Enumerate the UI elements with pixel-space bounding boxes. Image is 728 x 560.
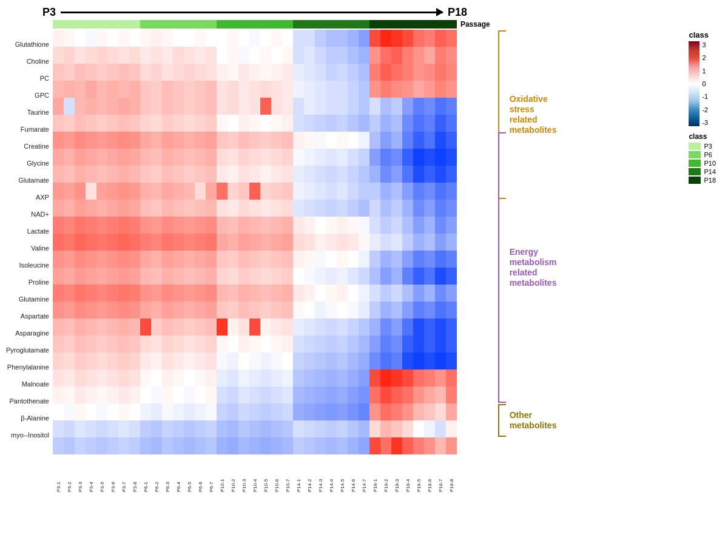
heatmap-cell xyxy=(249,166,260,183)
heatmap-cell xyxy=(53,353,64,369)
heatmap-cell xyxy=(435,251,446,268)
heatmap-cell xyxy=(271,149,282,166)
heatmap-cell xyxy=(315,268,326,285)
heatmap-cell xyxy=(391,30,402,47)
heatmap-cell xyxy=(75,234,86,251)
heatmap-cell xyxy=(391,81,402,98)
heatmap-cell xyxy=(107,319,118,336)
heatmap-row xyxy=(53,336,490,353)
heatmap-cell xyxy=(282,369,293,386)
heatmap-cell xyxy=(271,353,282,369)
heatmap-cell xyxy=(107,200,118,217)
heatmap-cell xyxy=(173,47,184,64)
heatmap-cell xyxy=(369,268,380,285)
heatmap-cell xyxy=(249,420,260,437)
x-label: P18-8 xyxy=(446,456,457,492)
heatmap-cell xyxy=(75,183,86,200)
heatmap-cell xyxy=(380,251,391,268)
heatmap-cell xyxy=(271,285,282,302)
heatmap-cell xyxy=(271,386,282,403)
heatmap-cell xyxy=(238,200,249,217)
heatmap-cell xyxy=(446,302,457,319)
heatmap-cell xyxy=(380,420,391,437)
heatmap-cell xyxy=(337,353,348,369)
bracket-label: Energy metabolism related metabolites xyxy=(510,247,557,288)
heatmap-cell xyxy=(206,268,217,285)
heatmap-cell xyxy=(64,98,75,115)
y-label: Fumarate xyxy=(6,121,52,138)
heatmap-cell xyxy=(151,234,162,251)
heatmap-cell xyxy=(402,386,413,403)
bracket-group: Energy metabolism related metabolites xyxy=(496,132,557,403)
heatmap-cell xyxy=(129,386,140,403)
heatmap-cell xyxy=(53,47,64,64)
heatmap-cell xyxy=(140,98,151,115)
heatmap-cell xyxy=(86,149,96,166)
heatmap-cell xyxy=(380,437,391,454)
color-bar-tick: -3 xyxy=(702,119,708,126)
heatmap-cell xyxy=(293,132,304,149)
heatmap-cell xyxy=(53,268,64,285)
heatmap-cell xyxy=(64,268,75,285)
heatmap-cell xyxy=(64,353,75,369)
heatmap-cell xyxy=(369,336,380,353)
heatmap-cell xyxy=(129,149,140,166)
x-label: P14-7 xyxy=(359,456,369,492)
heatmap-cell xyxy=(293,302,304,319)
heatmap-cell xyxy=(162,149,173,166)
heatmap-cell xyxy=(75,251,86,268)
heatmap-cell xyxy=(282,47,293,64)
heatmap-cell xyxy=(173,166,184,183)
heatmap-cell xyxy=(260,30,271,47)
heatmap-row xyxy=(53,132,490,149)
heatmap-cell xyxy=(238,353,249,369)
heatmap-cell xyxy=(359,268,369,285)
heatmap-cell xyxy=(162,353,173,369)
heatmap-cell xyxy=(195,149,206,166)
heatmap-cell xyxy=(195,268,206,285)
heatmap-cell xyxy=(238,336,249,353)
passage-cell xyxy=(337,20,348,29)
heatmap-cell xyxy=(151,336,162,353)
heatmap-cell xyxy=(271,30,282,47)
heatmap-cell xyxy=(315,251,326,268)
heatmap-cell xyxy=(140,353,151,369)
heatmap-cell xyxy=(402,217,413,234)
y-label: AXP xyxy=(6,189,52,206)
heatmap-cell xyxy=(118,268,129,285)
heatmap-cell xyxy=(140,437,151,454)
heatmap-cell xyxy=(238,47,249,64)
heatmap-cell xyxy=(173,353,184,369)
heatmap-cell xyxy=(435,437,446,454)
heatmap-cell xyxy=(359,166,369,183)
x-label: P10-1 xyxy=(217,456,228,492)
heatmap-cell xyxy=(195,183,206,200)
heatmap-cell xyxy=(271,234,282,251)
heatmap-cell xyxy=(217,251,228,268)
heatmap-cell xyxy=(217,386,228,403)
color-bar-tick: -1 xyxy=(702,93,708,100)
heatmap-cell xyxy=(184,386,195,403)
heatmap-cell xyxy=(86,251,96,268)
class-color-swatch xyxy=(689,160,701,167)
heatmap-cell xyxy=(304,234,315,251)
heatmap-cell xyxy=(228,149,238,166)
heatmap-cell xyxy=(107,166,118,183)
heatmap-cell xyxy=(129,369,140,386)
heatmap-cell xyxy=(107,386,118,403)
heatmap-cell xyxy=(173,251,184,268)
heatmap-cell xyxy=(413,420,424,437)
passage-cell xyxy=(249,20,260,29)
heatmap-cell xyxy=(424,302,435,319)
heatmap-cell xyxy=(359,30,369,47)
heatmap-cell xyxy=(293,64,304,81)
heatmap-cell xyxy=(238,81,249,98)
passage-cell xyxy=(293,20,304,29)
heatmap-cell xyxy=(228,437,238,454)
heatmap-cell xyxy=(293,437,304,454)
heatmap-cell xyxy=(348,64,359,81)
heatmap-cell xyxy=(206,183,217,200)
heatmap-cell xyxy=(53,302,64,319)
heatmap-cell xyxy=(304,166,315,183)
heatmap-cell xyxy=(271,437,282,454)
